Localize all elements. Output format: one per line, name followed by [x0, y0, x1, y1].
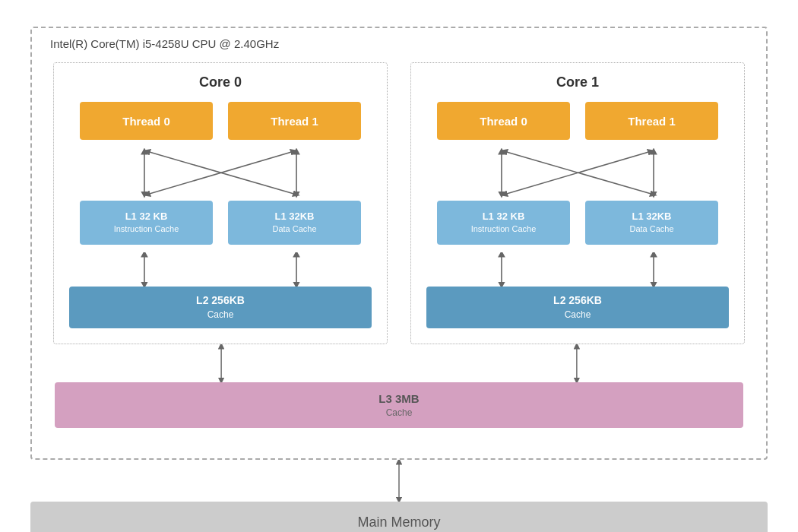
core-1-l1-data: L1 32KB Data Cache — [585, 201, 718, 245]
core-l3-arrows — [47, 344, 751, 382]
core-0-l1-data: L1 32KB Data Cache — [228, 201, 361, 245]
core-0-thread-0: Thread 0 — [80, 102, 213, 140]
cpu-box: Intel(R) Core(TM) i5-4258U CPU @ 2.40GHz… — [30, 27, 768, 460]
cpu-label: Intel(R) Core(TM) i5-4258U CPU @ 2.40GHz — [47, 37, 282, 50]
core-1-l1-instruction: L1 32 KB Instruction Cache — [437, 201, 570, 245]
core-1-l2: L2 256KB Cache — [426, 287, 729, 328]
core-0-l1-instruction: L1 32 KB Instruction Cache — [80, 201, 213, 245]
core-1-thread-1: Thread 1 — [585, 102, 718, 140]
cores-row: Core 0 Thread 0 Thread 1 — [47, 62, 751, 344]
core-1-thread-l1-arrows — [426, 147, 729, 201]
core-1-threads-row: Thread 0 Thread 1 — [426, 102, 729, 140]
core-1-l1-l2-arrows — [426, 252, 729, 287]
cpu-mem-arrow — [30, 460, 768, 502]
core-0-l2: L2 256KB Cache — [69, 287, 372, 328]
core-0-l1-l2-arrows — [69, 252, 372, 287]
core-1-l1-row: L1 32 KB Instruction Cache L1 32KB Data … — [426, 201, 729, 245]
core-0-thread-1: Thread 1 — [228, 102, 361, 140]
core-0-l1-row: L1 32 KB Instruction Cache L1 32KB Data … — [69, 201, 372, 245]
l3-box: L3 3MB Cache — [55, 382, 743, 428]
core-1-box: Core 1 Thread 0 Thread 1 — [410, 62, 745, 344]
diagram-root: Intel(R) Core(TM) i5-4258U CPU @ 2.40GHz… — [15, 11, 783, 521]
core-0-box: Core 0 Thread 0 Thread 1 — [53, 62, 388, 344]
core-1-label: Core 1 — [426, 74, 729, 90]
l3-row: L3 3MB Cache — [47, 382, 751, 428]
core-0-thread-l1-arrows — [69, 147, 372, 201]
core-1-thread-0: Thread 0 — [437, 102, 570, 140]
core-0-threads-row: Thread 0 Thread 1 — [69, 102, 372, 140]
core-0-label: Core 0 — [69, 74, 372, 90]
main-memory-box: Main Memory — [30, 502, 768, 532]
